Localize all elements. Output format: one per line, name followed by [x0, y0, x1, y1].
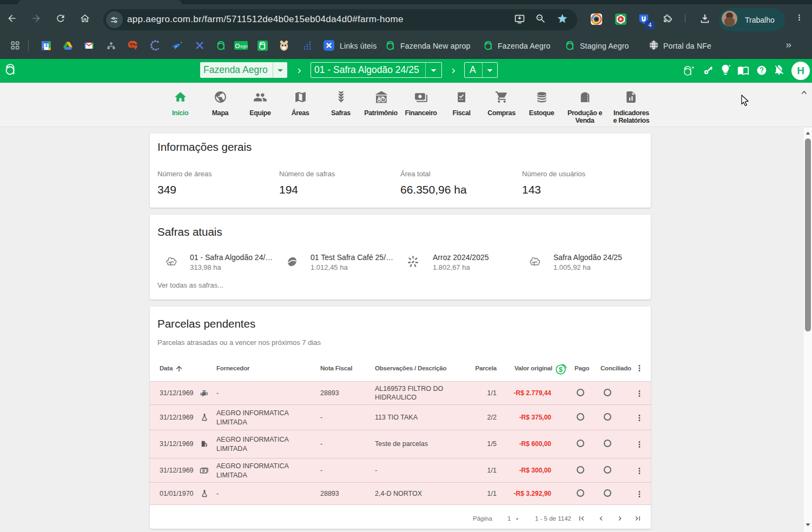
- svg-text:egro: egro: [240, 44, 248, 49]
- svg-text:$: $: [559, 366, 563, 374]
- svg-text:3: 3: [45, 43, 48, 48]
